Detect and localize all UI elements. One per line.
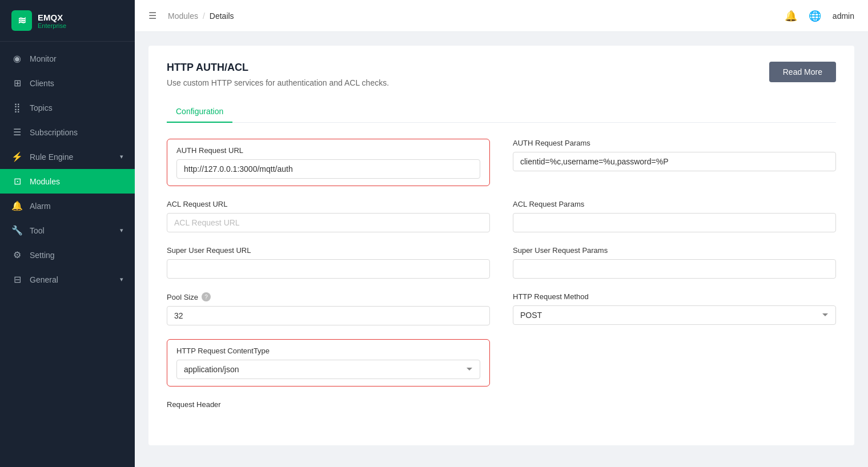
breadcrumb: Modules / Details (168, 11, 234, 21)
acl-request-params-group: ACL Request Params (513, 200, 836, 232)
pool-size-group: Pool Size ? (167, 292, 490, 325)
super-user-request-params-label: Super User Request Params (513, 246, 836, 255)
page-card: HTTP AUTH/ACL Use custom HTTP services f… (148, 46, 854, 445)
http-request-method-label: HTTP Request Method (513, 292, 836, 301)
pool-size-help-icon[interactable]: ? (202, 292, 211, 301)
setting-icon: ⚙ (11, 249, 23, 260)
pool-size-label: Pool Size ? (167, 292, 490, 301)
http-request-content-type-label: HTTP Request ContentType (176, 347, 480, 355)
acl-request-params-input[interactable] (513, 213, 836, 232)
main: ☰ Modules / Details 🔔 🌐 admin HTTP AUTH/… (135, 0, 868, 467)
http-request-method-group: HTTP Request Method POST GET PUT (513, 292, 836, 325)
topbar-actions: 🔔 🌐 admin (785, 10, 854, 22)
request-header-group: Request Header (167, 400, 490, 409)
sidebar-item-topics[interactable]: ⣿ Topics (0, 95, 135, 120)
http-request-content-type-group: HTTP Request ContentType application/jso… (167, 339, 490, 387)
menu-toggle-icon[interactable]: ☰ (148, 10, 156, 21)
sidebar-item-clients[interactable]: ⊞ Clients (0, 71, 135, 95)
rule-engine-icon: ⚡ (11, 151, 23, 162)
auth-request-url-input[interactable] (176, 159, 480, 179)
topbar: ☰ Modules / Details 🔔 🌐 admin (135, 0, 868, 32)
request-header-label: Request Header (167, 400, 490, 409)
acl-request-url-input[interactable] (167, 213, 490, 232)
logo: ≋ EMQX Enterprise (0, 0, 135, 42)
sidebar-item-label: Monitor (30, 54, 57, 63)
pool-size-input[interactable] (167, 306, 490, 325)
clients-icon: ⊞ (11, 78, 23, 88)
page-header: HTTP AUTH/ACL Use custom HTTP services f… (167, 62, 836, 87)
page-title: HTTP AUTH/ACL (167, 62, 389, 74)
logo-name: EMQX (38, 13, 66, 22)
acl-request-url-label: ACL Request URL (167, 200, 490, 208)
super-user-request-url-group: Super User Request URL (167, 246, 490, 279)
logo-icon: ≋ (11, 10, 32, 31)
auth-request-url-label: AUTH Request URL (176, 146, 480, 155)
user-menu[interactable]: admin (833, 11, 854, 21)
sidebar-item-label: Modules (30, 177, 60, 186)
logo-text-group: EMQX Enterprise (38, 13, 66, 29)
sidebar-item-label: Clients (30, 79, 54, 88)
subscriptions-icon: ☰ (11, 127, 23, 138)
sidebar-item-monitor[interactable]: ◉ Monitor (0, 46, 135, 71)
breadcrumb-parent[interactable]: Modules (168, 11, 198, 21)
modules-icon: ⊡ (11, 176, 23, 187)
sidebar-item-label: Subscriptions (30, 128, 78, 137)
configuration-form: AUTH Request URL AUTH Request Params ACL… (167, 139, 836, 409)
tool-icon: 🔧 (11, 225, 23, 236)
sidebar-item-label: Rule Engine (30, 152, 73, 162)
sidebar-item-rule-engine[interactable]: ⚡ Rule Engine ▾ (0, 144, 135, 169)
sidebar-item-label: Topics (30, 103, 53, 112)
super-user-request-url-input[interactable] (167, 259, 490, 279)
sidebar-item-setting[interactable]: ⚙ Setting (0, 243, 135, 267)
auth-request-params-input[interactable] (513, 152, 836, 171)
chevron-down-icon: ▾ (120, 153, 123, 160)
sidebar-item-label: General (30, 275, 58, 284)
page-description: Use custom HTTP services for authenticat… (167, 78, 389, 87)
tab-configuration[interactable]: Configuration (167, 101, 232, 123)
acl-request-url-group: ACL Request URL (167, 200, 490, 232)
acl-request-params-label: ACL Request Params (513, 200, 836, 208)
super-user-request-params-group: Super User Request Params (513, 246, 836, 279)
notification-icon[interactable]: 🔔 (785, 10, 797, 22)
chevron-down-icon: ▾ (120, 276, 123, 283)
sidebar-item-tool[interactable]: 🔧 Tool ▾ (0, 218, 135, 243)
sidebar-item-general[interactable]: ⊟ General ▾ (0, 267, 135, 292)
spacer (513, 339, 836, 387)
alarm-icon: 🔔 (11, 200, 23, 211)
sidebar-item-modules[interactable]: ⊡ Modules (0, 169, 135, 194)
auth-request-params-label: AUTH Request Params (513, 139, 836, 147)
sidebar-item-label: Setting (30, 251, 55, 260)
chevron-down-icon: ▾ (120, 227, 123, 234)
monitor-icon: ◉ (11, 53, 23, 64)
content-area: HTTP AUTH/ACL Use custom HTTP services f… (135, 32, 868, 467)
auth-request-params-group: AUTH Request Params (513, 139, 836, 186)
sidebar-item-alarm[interactable]: 🔔 Alarm (0, 194, 135, 218)
http-request-method-select[interactable]: POST GET PUT (513, 305, 836, 325)
auth-request-url-group: AUTH Request URL (167, 139, 490, 186)
sidebar-item-label: Alarm (30, 202, 51, 211)
sidebar: ≋ EMQX Enterprise ◉ Monitor ⊞ Clients ⣿ … (0, 0, 135, 467)
topics-icon: ⣿ (11, 102, 23, 113)
globe-icon[interactable]: 🌐 (809, 10, 821, 22)
logo-type: Enterprise (38, 22, 66, 29)
tabs: Configuration (167, 101, 836, 123)
sidebar-nav: ◉ Monitor ⊞ Clients ⣿ Topics ☰ Subscript… (0, 42, 135, 467)
page-header-text: HTTP AUTH/ACL Use custom HTTP services f… (167, 62, 389, 87)
super-user-request-url-label: Super User Request URL (167, 246, 490, 255)
http-request-content-type-select[interactable]: application/json application/x-www-form-… (176, 360, 480, 379)
read-more-button[interactable]: Read More (769, 62, 836, 82)
general-icon: ⊟ (11, 274, 23, 285)
breadcrumb-current: Details (210, 11, 234, 21)
sidebar-item-subscriptions[interactable]: ☰ Subscriptions (0, 120, 135, 144)
breadcrumb-separator: / (203, 11, 205, 21)
super-user-request-params-input[interactable] (513, 259, 836, 279)
sidebar-item-label: Tool (30, 226, 45, 235)
